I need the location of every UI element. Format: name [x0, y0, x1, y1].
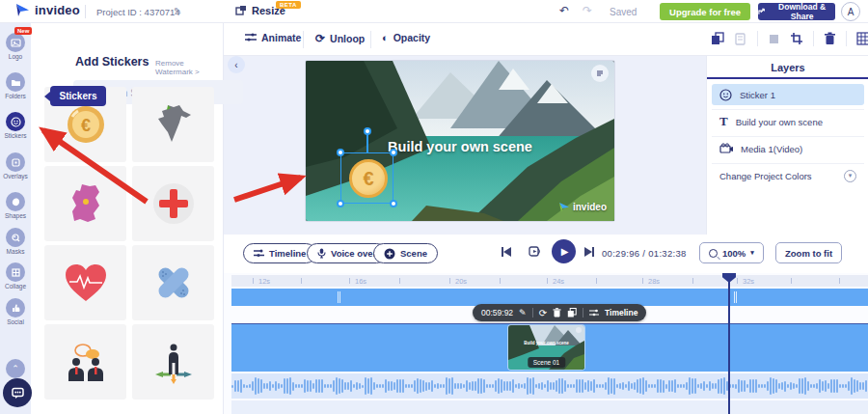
zoom-level-button[interactable]: 100% ▾	[699, 242, 764, 263]
brand-logo[interactable]: invideo	[15, 3, 80, 17]
grid-view-icon[interactable]	[856, 32, 868, 45]
delete-icon[interactable]	[824, 32, 836, 45]
top-header: invideo Project ID : 4370714 ✎ Resize BE…	[0, 0, 868, 23]
scroll-up-button[interactable]: ⌃	[6, 359, 25, 378]
resize-handle-tr[interactable]	[390, 149, 397, 156]
sidebar-item-overlays[interactable]: Overlays	[0, 152, 31, 179]
share-icon	[758, 8, 765, 15]
play-button[interactable]: ▶	[552, 239, 576, 263]
saved-status: Saved	[610, 7, 637, 17]
brand-name: invideo	[35, 3, 80, 17]
project-id-label: Project ID : 4370714	[96, 7, 180, 17]
ruler-tick: 20s	[455, 277, 467, 286]
resize-handle-bl[interactable]	[337, 200, 344, 207]
remove-watermark-link[interactable]: Remove Watermark >	[155, 59, 223, 76]
zoom-to-fit-button[interactable]: Zoom to fit	[775, 242, 842, 263]
sidebar-item-collage[interactable]: Collage	[0, 262, 31, 290]
layer-item-text[interactable]: T Build your own scene	[712, 111, 864, 132]
collapse-panel-button[interactable]: ‹	[228, 56, 245, 73]
zoom-to-fit-label: Zoom to fit	[785, 248, 832, 259]
india-map-icon	[154, 103, 193, 146]
opacity-button[interactable]: ◐ Opacity	[382, 32, 430, 43]
medical-cross-icon	[151, 181, 196, 226]
sticker-bandages[interactable]	[132, 245, 214, 320]
loop-scene-button[interactable]	[528, 244, 542, 259]
edit-project-icon[interactable]: ✎	[174, 6, 181, 16]
ruler-tick: 32s	[743, 277, 754, 286]
change-project-colors[interactable]: Change Project Colors ▾	[712, 165, 864, 186]
chat-icon	[11, 386, 25, 400]
skip-start-button[interactable]	[502, 247, 511, 257]
animate-button[interactable]: Animate	[245, 32, 301, 43]
layers-panel: Layers Sticker 1 T Build your own scene …	[706, 56, 868, 235]
zoom-icon	[709, 249, 718, 258]
thumbnail-badge	[576, 327, 582, 333]
secondary-audio-track[interactable]	[231, 400, 868, 414]
unloop-icon: ⟳	[315, 32, 325, 45]
audio-waveform[interactable]	[231, 373, 868, 399]
download-share-label: Download & Share	[769, 2, 835, 21]
video-preview[interactable]: Build your own scene invideo €	[306, 61, 614, 221]
scene-thumbnail[interactable]: Build your own scene Scene 01	[508, 325, 584, 370]
heart-pulse-icon	[64, 262, 108, 303]
unloop-button[interactable]: ⟳ Unloop	[315, 32, 365, 45]
scene-badge-icon[interactable]	[591, 65, 609, 82]
sidebar-item-label: Stickers	[0, 132, 31, 139]
add-stickers-panel: Add Stickers Remove Watermark > ‹ €	[31, 23, 224, 414]
layer-item-media[interactable]: Media 1(Video)	[712, 138, 864, 159]
layers-title: Layers	[707, 62, 868, 73]
selection-box[interactable]	[340, 152, 393, 204]
sidebar-item-shapes[interactable]: Shapes	[0, 192, 31, 219]
sticker-people-chat[interactable]	[44, 324, 126, 400]
rotate-handle[interactable]	[364, 127, 371, 135]
sidebar-item-masks[interactable]: Masks	[0, 228, 31, 255]
layer-label: Media 1(Video)	[741, 144, 802, 154]
sticker-india-map[interactable]	[132, 87, 214, 162]
sticker-layer-icon	[719, 89, 732, 101]
resize-handle-tl[interactable]	[337, 149, 344, 156]
timeline-button[interactable]: Timeline	[243, 243, 316, 263]
zoom-level-value: 100%	[722, 248, 746, 259]
download-share-button[interactable]: Download & Share	[758, 3, 835, 20]
total-time: 01:32:38	[648, 248, 686, 259]
add-scene-button[interactable]: Scene	[373, 243, 438, 263]
invideo-logo-icon	[15, 3, 30, 17]
sticker-person-crossroads[interactable]	[132, 324, 214, 400]
sticker-heart-pulse[interactable]	[44, 245, 126, 320]
chevron-down-icon[interactable]: ▾	[844, 170, 856, 182]
clip-tooltip[interactable]: 00:59:92 ✎ ⟳ Timeline	[473, 304, 646, 321]
sidebar-item-folders[interactable]: Folders	[0, 72, 31, 99]
avatar[interactable]: A	[841, 2, 860, 21]
logo-icon	[6, 33, 25, 52]
skip-end-button[interactable]	[584, 247, 594, 257]
text-layer-icon: T	[719, 114, 728, 129]
redo-icon[interactable]: ↷	[583, 4, 592, 17]
duplicate-icon[interactable]	[711, 32, 724, 45]
sticker-germany-map[interactable]	[44, 166, 126, 241]
clip-delete-icon[interactable]	[553, 308, 561, 317]
scene-label: Scene 01	[528, 357, 565, 368]
upgrade-button[interactable]: Upgrade for free	[660, 3, 750, 20]
clip-loop-icon[interactable]: ⟳	[539, 308, 547, 318]
resize-handle-br[interactable]	[390, 200, 397, 207]
layer-label: Change Project Colors	[719, 171, 812, 181]
edit-clip-icon[interactable]: ✎	[519, 308, 527, 317]
paste-icon[interactable]	[734, 32, 747, 45]
sidebar-item-logo[interactable]: Logo	[0, 33, 31, 60]
fill-frame-icon[interactable]	[768, 33, 780, 45]
toolbar-icon-group	[711, 30, 868, 47]
timeline-region: 12s 16s 20s 24s 28s 32s 00:59:92 ✎ ⟳	[224, 273, 868, 414]
playhead-line[interactable]	[728, 273, 730, 414]
sticker-medical-cross[interactable]	[132, 166, 214, 241]
layer-item-sticker[interactable]: Sticker 1	[712, 84, 864, 105]
stickers-tooltip: Stickers	[50, 86, 106, 106]
undo-icon[interactable]: ↶	[559, 4, 569, 17]
sidebar-item-label: Overlays	[0, 173, 31, 179]
clip-copy-icon[interactable]	[567, 308, 577, 317]
crop-icon[interactable]	[790, 32, 803, 45]
sidebar-item-social[interactable]: Social	[0, 298, 31, 325]
chat-support-button[interactable]	[3, 378, 32, 407]
germany-map-icon	[67, 182, 105, 225]
sidebar-item-stickers[interactable]: Stickers	[0, 112, 31, 139]
timeline-ruler[interactable]: 12s 16s 20s 24s 28s 32s	[231, 275, 868, 287]
